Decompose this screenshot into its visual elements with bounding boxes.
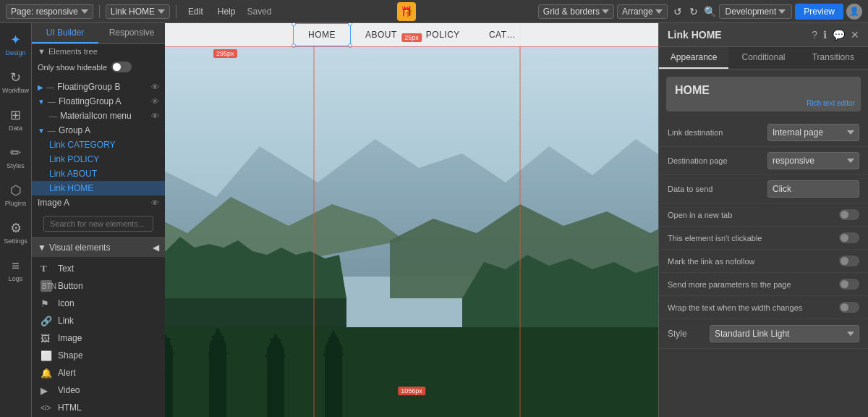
gift-icon-button[interactable]: 🎁: [397, 2, 416, 21]
not-clickable-toggle[interactable]: [839, 232, 859, 243]
visibility-icon3[interactable]: 👁: [151, 111, 159, 120]
visual-items-list: T Text BTN Button ⚑ Icon 🔗 Link 🖼 Im: [32, 257, 165, 417]
visual-item-text[interactable]: T Text: [32, 260, 165, 277]
show-hideable-toggle[interactable]: [111, 62, 132, 72]
destination-page-select[interactable]: responsive: [767, 152, 859, 169]
help-button[interactable]: Help: [212, 5, 242, 18]
chevron-down-icon2: ▼: [38, 127, 45, 135]
link-label: Link HOME: [111, 7, 155, 17]
tree-item-materialicon[interactable]: — MaterialIcon menu 👁: [32, 109, 165, 123]
image-label: Image: [58, 333, 82, 343]
shape-label: Shape: [58, 350, 83, 361]
sidebar-icon-settings[interactable]: ⚙ Settings: [1, 214, 30, 250]
sidebar-icon-design[interactable]: ✦ Design: [1, 26, 30, 62]
tab-transitions[interactable]: Transitions: [799, 47, 868, 69]
edit-button[interactable]: Edit: [182, 5, 209, 18]
mountain-svg: [165, 23, 658, 417]
tab-responsive[interactable]: Responsive: [98, 23, 165, 43]
left-panel: UI Builder Responsive ▼ Elements tree On…: [32, 23, 165, 417]
destination-page-row: Destination page responsive: [659, 147, 868, 175]
nav-item-cat[interactable]: CAT…: [475, 23, 530, 46]
rich-text-editor-link[interactable]: Rich text editor: [807, 99, 855, 107]
grid-borders-button[interactable]: Grid & borders: [538, 4, 614, 19]
visual-elements-header[interactable]: ▼ Visual elements ◀: [32, 237, 165, 257]
wrap-text-toggle[interactable]: [839, 302, 859, 313]
data-to-send-input[interactable]: [767, 180, 859, 198]
undo-button[interactable]: ↺: [671, 4, 685, 19]
link-destination-label: Link destination: [668, 128, 762, 137]
tree-item-group-a[interactable]: ▼ — Group A: [32, 123, 165, 138]
collapse-icon[interactable]: ◀: [153, 243, 159, 253]
redo-button[interactable]: ↻: [686, 4, 701, 19]
destination-page-label: Destination page: [668, 156, 762, 165]
destination-page-value: responsive: [767, 152, 859, 169]
page-selector[interactable]: Page: responsive: [6, 4, 93, 19]
more-params-toggle[interactable]: [839, 279, 859, 290]
link-selector[interactable]: Link HOME: [106, 4, 170, 19]
visual-item-html[interactable]: </> HTML: [32, 399, 165, 416]
image-a-label: Image A: [38, 198, 69, 208]
saved-badge: Saved: [247, 7, 271, 17]
topbar-separator2: [176, 5, 176, 18]
development-button[interactable]: Development: [719, 4, 793, 19]
arrange-label: Arrange: [622, 7, 653, 17]
tree-item-image-a[interactable]: Image A 👁: [32, 195, 165, 210]
panel-header: Link HOME ? ℹ 💬 ✕: [659, 23, 868, 47]
floating-a-label: FloatingGroup A: [59, 96, 122, 106]
arrange-button[interactable]: Arrange: [617, 4, 668, 19]
style-select[interactable]: Standard Link Light: [710, 325, 859, 342]
sidebar-icon-data[interactable]: ⊞ Data: [1, 101, 30, 138]
tree-item-link-category[interactable]: Link CATEGORY: [32, 138, 165, 152]
help-circle-icon[interactable]: ?: [812, 29, 817, 41]
open-new-tab-toggle[interactable]: [839, 209, 859, 220]
panel-subtabs: Appearance Conditional Transitions: [659, 47, 868, 70]
link-icon: 🔗: [41, 315, 52, 327]
nofollow-toggle[interactable]: [839, 256, 859, 266]
tree-item-floating-a[interactable]: ▼ — FloatingGroup A 👁: [32, 94, 165, 109]
link-home-label: Link HOME: [49, 183, 93, 193]
preview-button[interactable]: Preview: [795, 4, 843, 20]
tab-conditional[interactable]: Conditional: [728, 47, 798, 69]
content-text[interactable]: HOME: [675, 84, 710, 96]
visual-item-button[interactable]: BTN Button: [32, 277, 165, 295]
nav-home-text: HOME: [308, 30, 336, 40]
nav-item-home[interactable]: HOME: [293, 23, 351, 46]
link-destination-select[interactable]: Internal page: [767, 124, 859, 141]
visual-item-alert[interactable]: 🔔 Alert: [32, 364, 165, 382]
tree-item-link-policy[interactable]: Link POLICY: [32, 152, 165, 167]
link-destination-value: Internal page: [767, 124, 859, 141]
search-button[interactable]: 🔍: [704, 6, 716, 17]
show-hideable-label: Only show hideable: [38, 63, 107, 72]
sidebar-icon-styles[interactable]: ✏ Styles: [1, 139, 30, 175]
visual-item-link[interactable]: 🔗 Link: [32, 312, 165, 329]
close-icon[interactable]: ✕: [851, 29, 859, 41]
elements-tree-toggle[interactable]: ▼ Elements tree: [38, 47, 98, 56]
search-input[interactable]: [43, 216, 153, 232]
tree-item-floating-b[interactable]: ▶ — FloatingGroup B 👁: [32, 80, 165, 94]
video-icon: ▶: [41, 384, 52, 396]
visibility-icon2[interactable]: 👁: [151, 97, 159, 106]
sidebar-icon-plugins[interactable]: ⬡ Plugins: [1, 177, 30, 213]
tab-appearance[interactable]: Appearance: [659, 47, 728, 69]
visual-item-icon[interactable]: ⚑ Icon: [32, 295, 165, 312]
visual-item-shape[interactable]: ⬜ Shape: [32, 347, 165, 364]
wrap-text-row: Wrap the text when the width changes: [659, 296, 868, 319]
sidebar-icon-logs[interactable]: ≡ Logs: [1, 252, 30, 288]
chat-icon[interactable]: 💬: [833, 29, 845, 41]
tree-item-link-home[interactable]: Link HOME: [32, 181, 165, 195]
svg-rect-1: [165, 327, 658, 417]
info-icon[interactable]: ℹ: [823, 29, 827, 41]
visual-item-image[interactable]: 🖼 Image: [32, 329, 165, 347]
sidebar-icon-workflow[interactable]: ↻ Workflow: [1, 64, 30, 100]
visual-item-video[interactable]: ▶ Video: [32, 382, 165, 399]
button-label: Button: [58, 281, 83, 291]
tree-item-link-about[interactable]: Link ABOUT: [32, 167, 165, 181]
ruler-left-label: 295px: [213, 49, 237, 58]
handle-tl: [292, 23, 296, 26]
user-avatar[interactable]: 👤: [846, 4, 862, 20]
visibility-icon4[interactable]: 👁: [151, 198, 159, 207]
tab-ui-builder[interactable]: UI Builder: [32, 23, 98, 43]
search-container: [32, 210, 165, 237]
visibility-icon[interactable]: 👁: [151, 83, 159, 91]
mountain-background: [165, 23, 658, 417]
